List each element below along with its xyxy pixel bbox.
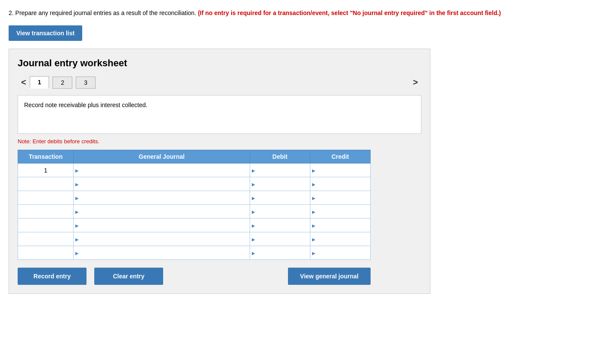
- table-row: [18, 205, 371, 219]
- table-row: [18, 232, 371, 246]
- general-journal-input-2[interactable]: [74, 191, 250, 204]
- credit-input-0[interactable]: [310, 163, 370, 177]
- credit-cell-3[interactable]: [310, 205, 370, 219]
- transaction-cell-2: [18, 191, 74, 205]
- credit-cell-6[interactable]: [310, 246, 370, 260]
- next-tab-button[interactable]: >: [409, 76, 421, 89]
- debit-cell-5[interactable]: [250, 232, 310, 246]
- table-row: [18, 246, 371, 260]
- table-row: [18, 191, 371, 205]
- col-header-general-journal: General Journal: [74, 150, 250, 163]
- clear-entry-button[interactable]: Clear entry: [94, 268, 163, 285]
- debit-input-3[interactable]: [250, 205, 310, 218]
- debit-input-5[interactable]: [250, 232, 310, 246]
- tab-2[interactable]: 2: [53, 77, 72, 89]
- tabs-navigation: < 1 2 3 >: [18, 76, 421, 89]
- view-general-journal-button[interactable]: View general journal: [288, 268, 371, 285]
- transaction-cell-4: [18, 219, 74, 232]
- instruction-highlight: (If no entry is required for a transacti…: [198, 9, 501, 16]
- credit-input-3[interactable]: [310, 205, 370, 218]
- note-text: Note: Enter debits before credits.: [18, 138, 421, 145]
- transaction-cell-5: [18, 232, 74, 246]
- debit-cell-3[interactable]: [250, 205, 310, 219]
- tab-3[interactable]: 3: [76, 77, 96, 89]
- transaction-cell-0: 1: [18, 163, 74, 177]
- table-row: [18, 219, 371, 232]
- col-header-debit: Debit: [250, 150, 310, 163]
- credit-input-4[interactable]: [310, 219, 370, 232]
- debit-input-6[interactable]: [250, 246, 310, 259]
- debit-input-4[interactable]: [250, 219, 310, 232]
- debit-cell-0[interactable]: [250, 163, 310, 177]
- general-journal-input-1[interactable]: [74, 177, 250, 191]
- general-journal-cell-4[interactable]: [74, 219, 250, 232]
- credit-cell-4[interactable]: [310, 219, 370, 232]
- debit-input-0[interactable]: [250, 163, 310, 177]
- col-header-credit: Credit: [310, 150, 370, 163]
- debit-cell-4[interactable]: [250, 219, 310, 232]
- journal-table: Transaction General Journal Debit Credit…: [18, 150, 371, 260]
- prev-tab-button[interactable]: <: [18, 76, 30, 89]
- col-header-transaction: Transaction: [18, 150, 74, 163]
- general-journal-cell-0[interactable]: [74, 163, 250, 177]
- debit-input-1[interactable]: [250, 177, 310, 191]
- view-transaction-button[interactable]: View transaction list: [9, 25, 82, 41]
- credit-input-6[interactable]: [310, 246, 370, 259]
- general-journal-input-6[interactable]: [74, 246, 250, 259]
- transaction-cell-6: [18, 246, 74, 260]
- record-entry-button[interactable]: Record entry: [18, 268, 87, 285]
- tab-1[interactable]: 1: [30, 76, 50, 89]
- debit-cell-1[interactable]: [250, 177, 310, 191]
- table-row: 1: [18, 163, 371, 177]
- credit-input-1[interactable]: [310, 177, 370, 191]
- debit-cell-2[interactable]: [250, 191, 310, 205]
- description-text: Record note receivable plus interest col…: [24, 102, 147, 108]
- credit-cell-5[interactable]: [310, 232, 370, 246]
- general-journal-cell-1[interactable]: [74, 177, 250, 191]
- transaction-cell-3: [18, 205, 74, 219]
- debit-cell-6[interactable]: [250, 246, 310, 260]
- credit-input-2[interactable]: [310, 191, 370, 204]
- description-box: Record note receivable plus interest col…: [18, 95, 421, 134]
- credit-cell-1[interactable]: [310, 177, 370, 191]
- general-journal-cell-6[interactable]: [74, 246, 250, 260]
- credit-cell-2[interactable]: [310, 191, 370, 205]
- debit-input-2[interactable]: [250, 191, 310, 204]
- credit-input-5[interactable]: [310, 232, 370, 246]
- credit-cell-0[interactable]: [310, 163, 370, 177]
- instruction-main: 2. Prepare any required journal entries …: [9, 9, 198, 16]
- general-journal-input-4[interactable]: [74, 219, 250, 232]
- general-journal-cell-3[interactable]: [74, 205, 250, 219]
- general-journal-input-5[interactable]: [74, 232, 250, 246]
- table-row: [18, 177, 371, 191]
- general-journal-cell-2[interactable]: [74, 191, 250, 205]
- general-journal-cell-5[interactable]: [74, 232, 250, 246]
- general-journal-input-0[interactable]: [74, 163, 250, 177]
- worksheet-title: Journal entry worksheet: [18, 58, 421, 69]
- bottom-buttons: Record entry Clear entry View general jo…: [18, 268, 371, 285]
- transaction-cell-1: [18, 177, 74, 191]
- general-journal-input-3[interactable]: [74, 205, 250, 218]
- worksheet-container: Journal entry worksheet < 1 2 3 > Record…: [9, 49, 430, 294]
- instruction-text: 2. Prepare any required journal entries …: [9, 9, 585, 18]
